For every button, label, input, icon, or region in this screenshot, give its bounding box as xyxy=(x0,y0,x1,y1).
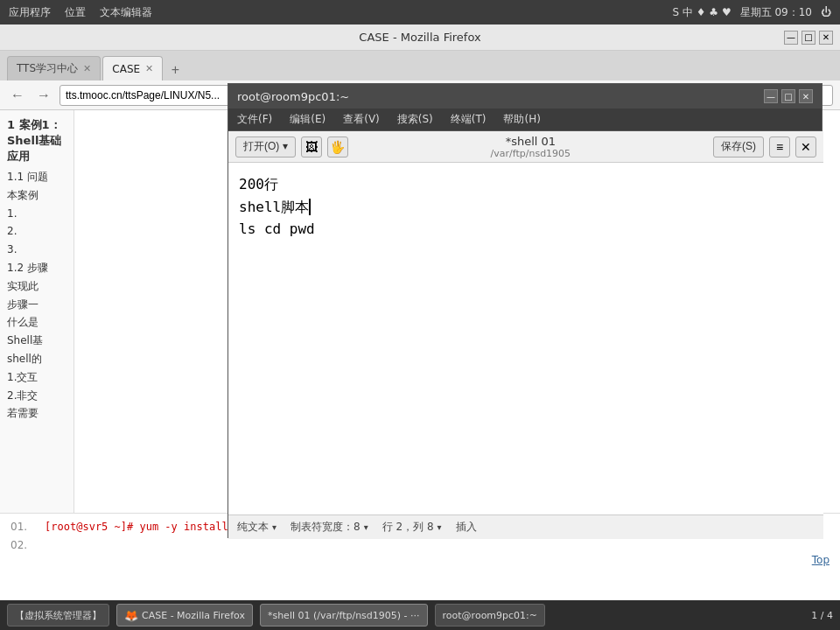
new-tab-button[interactable]: + xyxy=(164,60,186,80)
status-format[interactable]: 纯文本 ▾ xyxy=(237,520,276,535)
terminal-menu-terminal[interactable]: 终端(T) xyxy=(447,110,490,129)
sidebar-item-3-sub2: 什么是 xyxy=(7,315,66,330)
status-position[interactable]: 行 2，列 8 ▾ xyxy=(382,520,442,535)
terminal-minimize[interactable]: — xyxy=(764,89,778,103)
terminal-menu-view[interactable]: 查看(V) xyxy=(340,110,383,129)
taskbar-firefox[interactable]: 🦊 CASE - Mozilla Firefox xyxy=(116,604,253,626)
system-time: 星期五 09：10 xyxy=(740,5,812,20)
open-button[interactable]: 打开(O) ▾ xyxy=(235,136,296,158)
sidebar-item-3-sub1: 步骤一 xyxy=(7,298,66,312)
system-bar-left: 应用程序 位置 文本编辑器 xyxy=(9,5,152,20)
taskbar-right: 1 / 4 xyxy=(811,610,833,621)
terminal-controls: — □ ✕ xyxy=(764,89,813,103)
firefox-title: CASE - Mozilla Firefox xyxy=(359,31,480,44)
tab-width-arrow: ▾ xyxy=(364,522,368,532)
position-arrow: ▾ xyxy=(438,522,442,532)
taskbar-editor-label: *shell 01 (/var/ftp/nsd1905) - ··· xyxy=(268,610,420,621)
editor-path: /var/ftp/nsd1905 xyxy=(354,148,708,159)
menu-icon-button[interactable]: ≡ xyxy=(769,136,790,158)
tab-tts-label: TTS学习中心 xyxy=(17,61,78,76)
terminal-maximize[interactable]: □ xyxy=(781,89,795,103)
sidebar-item-4-2: 2.非交 xyxy=(7,388,66,403)
text-editor-menu[interactable]: 文本编辑器 xyxy=(100,5,152,20)
sidebar-item-3-desc: 实现此 xyxy=(7,279,66,294)
sidebar-item-1: 1.1 问题 xyxy=(7,170,66,185)
taskbar: 【虚拟系统管理器】 🦊 CASE - Mozilla Firefox *shel… xyxy=(0,600,840,630)
system-bar-right: S 中 ♦ ♣ ♥ 星期五 09：10 ⏻ xyxy=(672,5,831,20)
terminal-close[interactable]: ✕ xyxy=(799,89,813,103)
editor-line-2: shell脚本​ xyxy=(239,196,813,219)
editor-statusbar: 纯文本 ▾ 制表符宽度：8 ▾ 行 2，列 8 ▾ 插入 xyxy=(228,514,823,539)
taskbar-vm-manager[interactable]: 【虚拟系统管理器】 xyxy=(7,604,109,626)
bottom-line2: 02. xyxy=(10,539,830,551)
taskbar-terminal-label: root@room9pc01:~ xyxy=(443,610,537,621)
editor-title-group: *shell 01 /var/ftp/nsd1905 xyxy=(354,135,708,159)
top-link[interactable]: Top xyxy=(10,553,830,566)
stamp-button[interactable]: 🖐 xyxy=(327,136,348,158)
sidebar-item-2-3: 3. xyxy=(7,242,66,257)
system-bar: 应用程序 位置 文本编辑器 S 中 ♦ ♣ ♥ 星期五 09：10 ⏻ xyxy=(0,0,840,24)
taskbar-vm-label: 【虚拟系统管理器】 xyxy=(15,609,102,622)
editor-filename: *shell 01 xyxy=(354,135,708,148)
terminal-menubar: 文件(F) 编辑(E) 查看(V) 搜索(S) 终端(T) 帮助(H) xyxy=(228,108,822,131)
top-link-text[interactable]: Top xyxy=(812,554,830,566)
forward-button[interactable]: → xyxy=(33,85,54,106)
status-mode: 插入 xyxy=(456,520,477,535)
editor-toolbar: 打开(O) ▾ 🖼 🖐 *shell 01 /var/ftp/nsd1905 保… xyxy=(228,131,823,163)
image-button[interactable]: 🖼 xyxy=(301,136,322,158)
terminal-menu-search[interactable]: 搜索(S) xyxy=(394,110,437,129)
terminal-window: root@room9pc01:~ — □ ✕ 文件(F) 编辑(E) 查看(V)… xyxy=(228,83,822,538)
save-button[interactable]: 保存(S) xyxy=(713,136,764,158)
status-tab-width[interactable]: 制表符宽度：8 ▾ xyxy=(290,520,368,535)
tab-tts[interactable]: TTS学习中心 ✕ xyxy=(7,56,101,80)
editor-window: 打开(O) ▾ 🖼 🖐 *shell 01 /var/ftp/nsd1905 保… xyxy=(228,131,823,539)
sidebar-item-4-3: 若需要 xyxy=(7,406,66,421)
sidebar-item-4-1: 1.交互 xyxy=(7,370,66,385)
terminal-titlebar: root@room9pc01:~ — □ ✕ xyxy=(228,84,822,108)
format-label: 纯文本 xyxy=(237,520,269,535)
line1-cmd: [root@svr5 ~]# yum -y install ksh xyxy=(45,521,253,536)
tabs-bar: TTS学习中心 ✕ CASE ✕ + xyxy=(0,51,840,80)
taskbar-terminal[interactable]: root@room9pc01:~ xyxy=(435,604,545,626)
mode-label: 插入 xyxy=(456,520,477,535)
editor-close-button[interactable]: ✕ xyxy=(795,136,816,158)
sidebar-item-2-2: 2. xyxy=(7,224,66,239)
power-icon[interactable]: ⏻ xyxy=(821,6,831,18)
line2-num: 02. xyxy=(10,539,27,551)
firefox-titlebar: CASE - Mozilla Firefox — □ ✕ xyxy=(0,24,840,51)
sidebar-item-2-1: 1. xyxy=(7,206,66,221)
sidebar-item-4: shell的 xyxy=(7,352,66,367)
tab-case[interactable]: CASE ✕ xyxy=(102,56,163,80)
taskbar-editor[interactable]: *shell 01 (/var/ftp/nsd1905) - ··· xyxy=(260,604,428,626)
apps-menu[interactable]: 应用程序 xyxy=(9,5,51,20)
close-button[interactable]: ✕ xyxy=(819,31,833,45)
taskbar-firefox-label: CASE - Mozilla Firefox xyxy=(142,610,245,621)
sidebar-item-3: 1.2 步骤 xyxy=(7,261,66,276)
back-button[interactable]: ← xyxy=(7,85,28,106)
sidebar-item-1-desc: 本案例 xyxy=(7,188,66,203)
editor-line-1: 200行 xyxy=(239,173,813,196)
tab-case-label: CASE xyxy=(112,63,140,75)
terminal-title: root@room9pc01:~ xyxy=(237,90,349,103)
minimize-button[interactable]: — xyxy=(784,31,798,45)
section-title: 1 案例1：Shell基础应用 xyxy=(7,117,66,164)
tab-case-close[interactable]: ✕ xyxy=(145,63,153,74)
line1-num: 01. xyxy=(10,521,27,536)
taskbar-page: 1 / 4 xyxy=(811,610,833,621)
position-menu[interactable]: 位置 xyxy=(65,5,86,20)
editor-content[interactable]: 200行 shell脚本​ ls cd pwd xyxy=(228,163,823,514)
firefox-icon: 🦊 xyxy=(124,609,138,622)
position-label: 行 2，列 8 xyxy=(382,520,434,535)
tab-width-label: 制表符宽度：8 xyxy=(290,520,360,535)
terminal-menu-edit[interactable]: 编辑(E) xyxy=(286,110,329,129)
maximize-button[interactable]: □ xyxy=(802,31,816,45)
window-controls: — □ ✕ xyxy=(784,31,833,45)
terminal-menu-help[interactable]: 帮助(H) xyxy=(500,110,543,129)
tab-tts-close[interactable]: ✕ xyxy=(83,63,91,74)
terminal-menu-file[interactable]: 文件(F) xyxy=(234,110,276,129)
system-icons: S 中 ♦ ♣ ♥ xyxy=(672,5,731,20)
editor-line-3: ls cd pwd xyxy=(239,218,813,241)
format-arrow: ▾ xyxy=(272,522,276,532)
sidebar-item-3-sub3: Shell基 xyxy=(7,333,66,348)
